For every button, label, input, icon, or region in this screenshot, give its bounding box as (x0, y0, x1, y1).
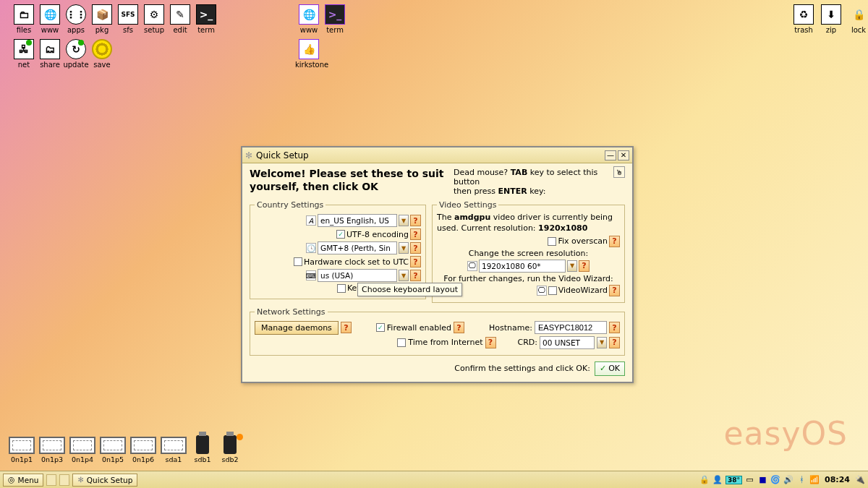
desktop-icon-files[interactable]: 🗀files (10, 4, 38, 34)
drive-0n1p3[interactable]: 0n1p3 (36, 437, 68, 463)
desktop-icon-term-container[interactable]: >_term (321, 4, 349, 34)
drive-label: sda1 (158, 455, 190, 463)
hwclock-label: Hardware clock set to UTC (304, 257, 409, 267)
numlock-checkbox[interactable] (337, 284, 346, 293)
tray-icon-status[interactable]: ■ (757, 474, 768, 485)
country-settings-group: Country Settings A en_US English, US ▼ ?… (250, 200, 426, 299)
overscan-help-button[interactable]: ? (609, 236, 620, 247)
desktop-icon-www[interactable]: 🌐www (36, 4, 64, 34)
desktop-icon-lock[interactable]: 🔒lock (845, 4, 868, 34)
desktop-icon-net[interactable]: 🖧net (10, 39, 38, 69)
show-desktop-button[interactable] (46, 474, 56, 486)
desktop-icon-update[interactable]: ↻update (62, 39, 90, 69)
desktop-icon-zip[interactable]: ⬇zip (817, 4, 845, 34)
tray-icon-update[interactable]: 🌀 (770, 474, 781, 485)
crd-select[interactable]: 00 UNSET (540, 336, 595, 349)
drive-sdb2[interactable]: sdb2 (214, 435, 246, 463)
tray-clock[interactable]: 08:24 (822, 475, 852, 484)
resolution-select[interactable]: 1920x1080 60* (479, 260, 566, 273)
drive-0n1p4[interactable]: 0n1p4 (67, 437, 98, 463)
tray-temperature[interactable]: 38° (726, 476, 742, 484)
crd-help-button[interactable]: ? (609, 337, 620, 348)
icon-label: update (62, 61, 90, 69)
drive-sda1[interactable]: sda1 (158, 437, 190, 463)
tray-icon-volume[interactable]: 🔊 (783, 474, 794, 485)
watermark-text: easyOS (723, 415, 848, 452)
tray-icon-bluetooth[interactable]: ᚼ (796, 474, 807, 485)
icon-label: term (321, 26, 349, 34)
desktop-icon-setup[interactable]: ⚙setup (140, 4, 168, 34)
desktop-icon-term[interactable]: >_term (192, 4, 220, 34)
videowizard-help-button[interactable]: ? (609, 285, 620, 296)
taskbar-task-quick-setup[interactable]: Quick Setup (72, 474, 137, 487)
timezone-dropdown-icon[interactable]: ▼ (399, 242, 409, 254)
timezone-help-button[interactable]: ? (410, 242, 421, 254)
drive-0n1p1[interactable]: 0n1p1 (6, 437, 38, 463)
locale-select[interactable]: en_US English, US (318, 214, 397, 227)
desktop-icon-edit[interactable]: ✎edit (166, 4, 194, 34)
dead-mouse-hint: Dead mouse? TAB key to select this butto… (454, 168, 625, 196)
videowizard-icon[interactable]: 🖵 (537, 286, 547, 296)
firewall-help-button[interactable]: ? (454, 322, 464, 333)
drive-0n1p5[interactable]: 0n1p5 (97, 437, 129, 463)
time-internet-label: Time from Internet (408, 338, 482, 347)
minimize-button[interactable]: — (605, 150, 616, 160)
desktop-icon-trash[interactable]: ♻trash (790, 4, 817, 34)
hwclock-help-button[interactable]: ? (410, 256, 421, 267)
desktop-icon-share[interactable]: 🗂share (36, 39, 64, 69)
hwclock-checkbox[interactable] (294, 257, 302, 266)
network-settings-group: Network Settings Manage daemons ? Firewa… (250, 307, 625, 356)
tray-icon-user[interactable]: 👤 (712, 474, 723, 485)
titlebar[interactable]: ✻ Quick Setup — ✕ (242, 147, 632, 163)
desktop-icon-sfs[interactable]: SFSsfs (114, 4, 142, 34)
timezone-icon: 🕓 (306, 243, 316, 253)
manage-daemons-help-button[interactable]: ? (341, 322, 352, 333)
window-icon: ✻ (245, 150, 252, 160)
tray-icon-clipboard[interactable]: ▭ (744, 474, 755, 485)
tray-icon-network[interactable]: 📶 (809, 474, 820, 485)
desktop-icon-www-container[interactable]: 🌐www (295, 4, 323, 34)
videowizard-checkbox[interactable] (548, 286, 557, 295)
overscan-checkbox[interactable] (548, 237, 556, 246)
icon-label: lock (845, 26, 868, 34)
window-title: Quick Setup (256, 150, 309, 160)
keyboard-help-button[interactable]: ? (410, 270, 421, 281)
tray-icon-battery[interactable]: 🔌 (854, 474, 865, 485)
utf8-help-button[interactable]: ? (410, 228, 421, 240)
drive-0n1p6[interactable]: 0n1p6 (127, 437, 159, 463)
hostname-input[interactable] (535, 321, 607, 334)
keyboard-dropdown-icon[interactable]: ▼ (399, 270, 409, 281)
drive-label: sdb2 (214, 455, 246, 463)
locale-dropdown-icon[interactable]: ▼ (399, 215, 409, 226)
menu-button[interactable]: Menu (3, 474, 43, 487)
hostname-help-button[interactable]: ? (609, 322, 620, 333)
firewall-checkbox[interactable] (376, 323, 385, 332)
time-internet-checkbox[interactable] (397, 338, 406, 347)
system-tray: 🔒 👤 38° ▭ ■ 🌀 🔊 ᚼ 📶 08:24 🔌 (699, 474, 865, 485)
icon-label: save (88, 61, 116, 69)
utf8-checkbox[interactable] (336, 230, 345, 239)
crd-label: CRD: (518, 338, 538, 347)
desktop-icon-save[interactable]: save (88, 39, 116, 69)
desktop-icon-pkg[interactable]: 📦pkg (88, 4, 116, 34)
tray-icon-lock[interactable]: 🔒 (699, 474, 710, 485)
drive-label: 0n1p3 (36, 455, 68, 463)
dead-mouse-button[interactable]: 🖱 (613, 166, 625, 178)
resolution-help-button[interactable]: ? (579, 260, 590, 272)
ok-button[interactable]: OK (595, 361, 625, 376)
keyboard-select[interactable]: us (USA) (318, 269, 397, 282)
welcome-heading: Welcome! Please set these to suit yourse… (250, 168, 445, 193)
desktop-icon-apps[interactable]: ⋮⋮apps (62, 4, 90, 34)
icon-label: sfs (114, 26, 142, 34)
resolution-dropdown-icon[interactable]: ▼ (567, 260, 577, 272)
timezone-select[interactable]: GMT+8 (Perth, Sin (318, 241, 397, 254)
icon-label: setup (140, 26, 168, 34)
locale-help-button[interactable]: ? (410, 215, 421, 226)
desktop-icon-kirkstone[interactable]: 👍kirkstone (295, 39, 323, 69)
quick-setup-window: ✻ Quick Setup — ✕ Welcome! Please set th… (241, 146, 634, 383)
time-internet-help-button[interactable]: ? (485, 337, 496, 348)
workspace-switcher[interactable] (59, 474, 69, 486)
close-button[interactable]: ✕ (618, 150, 629, 160)
manage-daemons-button[interactable]: Manage daemons (255, 321, 339, 335)
crd-dropdown-icon[interactable]: ▼ (597, 337, 607, 348)
